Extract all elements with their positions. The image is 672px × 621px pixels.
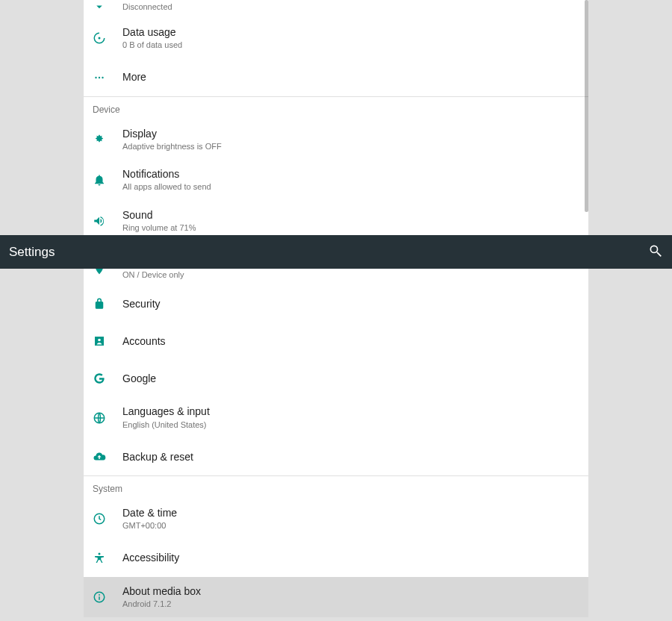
item-title: Date & time (122, 506, 177, 519)
item-sub: All apps allowed to send (122, 181, 211, 193)
lock-icon (93, 297, 122, 310)
accessibility-icon (93, 552, 122, 565)
item-sub: English (United States) (122, 419, 210, 431)
item-title: Google (122, 372, 156, 385)
google-icon (93, 372, 122, 385)
clock-icon (93, 512, 122, 525)
item-title: Backup & reset (122, 450, 193, 464)
settings-item-notifications[interactable]: Notifications All apps allowed to send (84, 160, 588, 201)
svg-rect-10 (99, 596, 100, 600)
settings-scroll-upper: Disconnected Data usage 0 B of data used… (0, 0, 672, 235)
item-title: More (122, 70, 146, 84)
item-sub: Adaptive brightness is OFF (122, 141, 222, 152)
settings-item-vpn[interactable]: Disconnected (84, 0, 588, 18)
svg-point-1 (95, 76, 96, 78)
item-title: Accessibility (122, 551, 179, 564)
svg-point-0 (99, 37, 101, 40)
item-sub: Android 7.1.2 (122, 599, 201, 610)
app-bar-title: Settings (9, 245, 648, 260)
svg-point-4 (98, 339, 101, 342)
scrollbar[interactable] (585, 0, 588, 212)
settings-item-backup[interactable]: Backup & reset (84, 438, 588, 475)
item-title: Notifications (122, 167, 211, 181)
backup-icon (93, 450, 122, 464)
location-icon (93, 269, 122, 276)
svg-point-7 (99, 552, 101, 555)
search-icon[interactable] (648, 243, 663, 261)
settings-item-data-usage[interactable]: Data usage 0 B of data used (84, 18, 588, 59)
info-icon (93, 590, 122, 604)
item-sub: 0 B of data used (122, 40, 182, 51)
more-icon (93, 71, 122, 84)
item-title: About media box (122, 584, 201, 598)
settings-item-sound[interactable]: Sound Ring volume at 71% (84, 201, 588, 235)
bell-icon (93, 173, 122, 187)
settings-item-display[interactable]: Display Adaptive brightness is OFF (84, 119, 588, 160)
item-title: Data usage (122, 25, 182, 39)
item-sub: Ring volume at 71% (122, 222, 196, 234)
settings-item-datetime[interactable]: Date & time GMT+00:00 (84, 499, 588, 540)
item-sub: ON / Device only (122, 269, 184, 281)
settings-item-location[interactable]: ON / Device only (84, 269, 588, 285)
settings-scroll-lower: ON / Device only Security Accounts (0, 269, 672, 621)
settings-item-google[interactable]: Google (84, 360, 588, 397)
svg-point-3 (102, 76, 103, 78)
item-sub: GMT+00:00 (122, 520, 177, 531)
svg-point-2 (99, 76, 100, 78)
item-title: Sound (122, 208, 196, 222)
settings-item-accessibility[interactable]: Accessibility (84, 540, 588, 577)
account-icon (93, 334, 122, 348)
settings-item-languages[interactable]: Languages & input English (United States… (84, 397, 588, 438)
display-icon (93, 133, 122, 146)
item-title: Security (122, 297, 161, 310)
svg-point-9 (99, 594, 100, 596)
item-title: Accounts (122, 334, 166, 348)
data-usage-icon (93, 31, 122, 45)
item-title: Display (122, 127, 222, 140)
settings-item-security[interactable]: Security (84, 285, 588, 322)
sound-icon (93, 214, 122, 228)
app-bar: Settings (0, 235, 672, 269)
item-sub: Disconnected (122, 1, 172, 13)
section-header-device: Device (84, 96, 588, 119)
arrow-down-icon (93, 0, 122, 13)
settings-item-accounts[interactable]: Accounts (84, 322, 588, 360)
settings-item-more[interactable]: More (84, 59, 588, 96)
settings-item-about[interactable]: About media box Android 7.1.2 (84, 577, 588, 618)
item-title: Languages & input (122, 405, 210, 418)
section-header-system: System (84, 475, 588, 499)
globe-icon (93, 411, 122, 425)
